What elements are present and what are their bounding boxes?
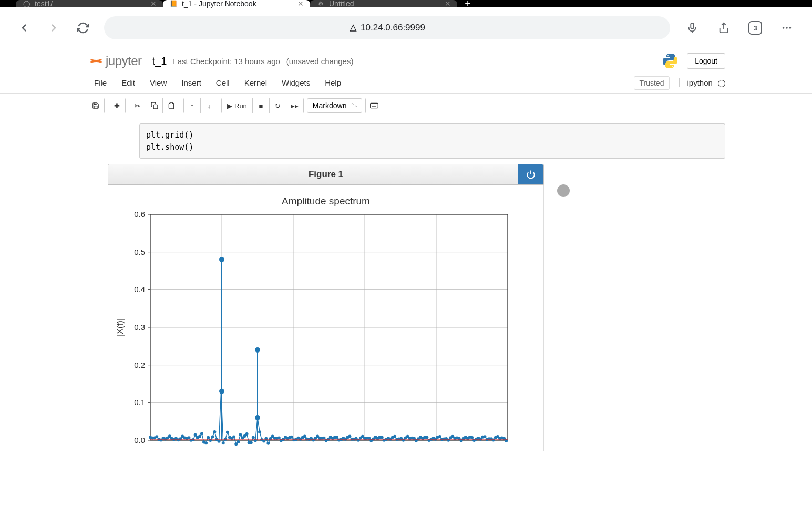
kernel-name[interactable]: ipython <box>679 78 725 87</box>
trusted-indicator[interactable]: Trusted <box>634 76 670 90</box>
svg-point-126 <box>322 437 325 440</box>
command-palette-button[interactable] <box>366 98 383 113</box>
paste-button[interactable] <box>163 98 180 113</box>
reload-button[interactable] <box>75 19 91 36</box>
menu-kernel[interactable]: Kernel <box>237 74 274 91</box>
svg-point-75 <box>213 430 216 433</box>
address-bar[interactable]: 10.24.0.66:9999 <box>104 16 670 39</box>
svg-point-81 <box>226 431 229 434</box>
menu-widgets[interactable]: Widgets <box>274 74 317 91</box>
copy-button[interactable] <box>146 98 163 113</box>
svg-point-71 <box>204 441 208 444</box>
chart-plot[interactable]: 0.00.10.20.30.40.50.6|X(f)| <box>114 209 523 451</box>
more-icon[interactable] <box>777 18 796 37</box>
svg-point-86 <box>237 440 240 443</box>
svg-text:0.0: 0.0 <box>134 436 145 444</box>
svg-point-138 <box>348 435 351 438</box>
svg-point-54 <box>168 434 171 438</box>
browser-tab-2-active[interactable]: 📙 t_1 - Jupyter Notebook ✕ <box>163 0 310 7</box>
svg-point-38 <box>219 257 224 262</box>
tab-title: Untitled <box>329 0 354 8</box>
jupyter-logo[interactable]: jupyter <box>87 53 142 69</box>
run-button[interactable]: ▶ Run <box>222 98 253 113</box>
restart-run-all-button[interactable]: ▸▸ <box>286 98 303 113</box>
restart-button[interactable]: ↻ <box>270 98 286 113</box>
gear-favicon: ⚙ <box>316 0 325 8</box>
figure-output: Figure 1 Amplitude spectrum 0.00.10.20.3… <box>87 164 725 451</box>
tabs-badge[interactable]: 3 <box>746 18 765 37</box>
share-icon[interactable] <box>714 18 733 37</box>
svg-point-72 <box>207 436 210 439</box>
svg-point-77 <box>218 440 221 443</box>
code-cell[interactable]: plt.grid() plt.show() <box>87 123 725 159</box>
figure-title: Figure 1 <box>309 169 343 180</box>
jupyter-logo-text: jupyter <box>106 54 142 68</box>
browser-tab-1[interactable]: ◯ test1/ ✕ <box>16 0 163 7</box>
menu-edit[interactable]: Edit <box>114 74 142 91</box>
svg-point-68 <box>198 435 201 438</box>
svg-point-201 <box>483 435 486 438</box>
browser-tab-3[interactable]: ⚙ Untitled ✕ <box>310 0 457 7</box>
browser-toolbar: 10.24.0.66:9999 3 <box>0 7 812 48</box>
svg-point-205 <box>492 439 495 442</box>
code-input[interactable]: plt.grid() plt.show() <box>139 123 725 159</box>
svg-text:0.4: 0.4 <box>134 285 145 294</box>
move-up-button[interactable]: ↑ <box>184 98 201 113</box>
svg-rect-5 <box>170 102 173 104</box>
menu-insert[interactable]: Insert <box>174 74 209 91</box>
svg-point-117 <box>303 434 306 438</box>
tab-title: test1/ <box>35 0 53 8</box>
cut-button[interactable]: ✂ <box>129 98 146 113</box>
svg-point-79 <box>222 441 225 444</box>
logout-button[interactable]: Logout <box>687 53 725 69</box>
jupyter-logo-icon <box>87 53 102 69</box>
unsaved-text: (unsaved changes) <box>286 57 354 66</box>
jupyter-header: jupyter t_1 Last Checkpoint: 13 hours ag… <box>0 48 812 69</box>
svg-point-180 <box>438 435 441 438</box>
microphone-icon[interactable] <box>683 18 702 37</box>
svg-text:0.2: 0.2 <box>134 360 145 369</box>
menu-cell[interactable]: Cell <box>209 74 237 91</box>
svg-point-153 <box>381 436 384 439</box>
svg-point-63 <box>187 436 190 439</box>
jupyter-favicon: ◯ <box>22 0 30 8</box>
back-button[interactable] <box>16 19 33 36</box>
svg-point-92 <box>250 441 253 444</box>
save-button[interactable] <box>87 98 104 113</box>
close-icon[interactable]: ✕ <box>150 0 157 8</box>
svg-text:0.3: 0.3 <box>134 323 145 332</box>
forward-button[interactable] <box>45 19 62 36</box>
svg-rect-0 <box>691 23 694 29</box>
figure-header: Figure 1 <box>108 164 544 185</box>
svg-point-84 <box>232 435 235 438</box>
new-tab-button[interactable]: + <box>457 0 478 7</box>
svg-point-111 <box>290 436 293 439</box>
svg-point-105 <box>277 437 281 440</box>
notebook-name[interactable]: t_1 <box>152 55 167 67</box>
svg-point-80 <box>224 438 227 441</box>
close-icon[interactable]: ✕ <box>297 0 304 8</box>
svg-rect-4 <box>153 105 158 109</box>
python-logo-icon <box>662 53 679 69</box>
insert-cell-button[interactable]: ✚ <box>108 98 125 113</box>
menu-view[interactable]: View <box>142 74 174 91</box>
svg-point-159 <box>393 435 396 438</box>
menu-help[interactable]: Help <box>317 74 348 91</box>
svg-point-1 <box>783 27 785 29</box>
notebook-area: plt.grid() plt.show() Figure 1 Amplitude… <box>0 118 812 451</box>
svg-point-59 <box>179 437 182 440</box>
move-down-button[interactable]: ↓ <box>201 98 218 113</box>
figure-body[interactable]: Amplitude spectrum 0.00.10.20.30.40.50.6… <box>108 185 544 451</box>
svg-point-48 <box>155 435 158 438</box>
svg-point-96 <box>258 430 261 433</box>
svg-point-87 <box>239 433 242 436</box>
cell-type-select[interactable]: Markdown <box>307 98 362 113</box>
close-icon[interactable]: ✕ <box>445 0 451 8</box>
svg-point-73 <box>209 439 212 442</box>
menu-file[interactable]: File <box>87 74 114 91</box>
figure-power-button[interactable] <box>518 164 543 184</box>
menu-bar: File Edit View Insert Cell Kernel Widget… <box>0 73 812 94</box>
svg-point-100 <box>266 442 270 445</box>
chart-title: Amplitude spectrum <box>114 195 538 207</box>
interrupt-button[interactable]: ■ <box>253 98 270 113</box>
